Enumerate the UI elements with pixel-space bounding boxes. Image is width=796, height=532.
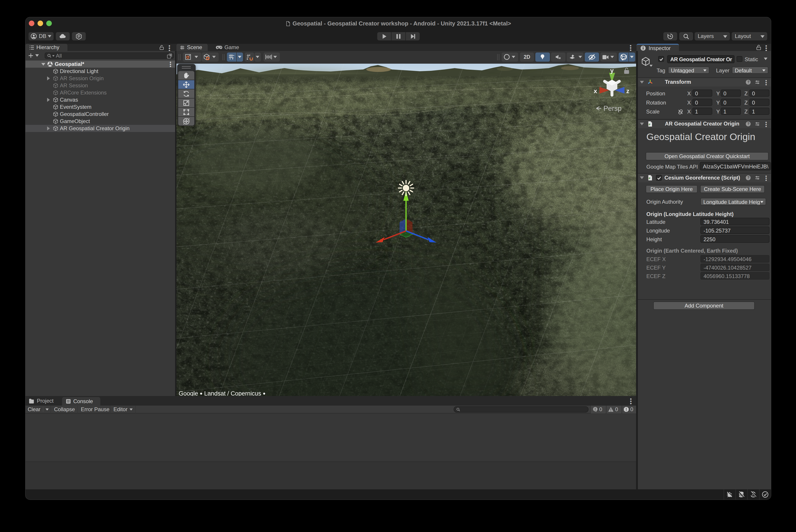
svg-text:Y: Y <box>232 57 234 60</box>
svg-text:z: z <box>626 88 629 94</box>
svg-text:x: x <box>594 88 597 94</box>
svg-text:#: # <box>649 122 650 126</box>
svg-text:?: ? <box>747 80 750 84</box>
svg-text:#: # <box>649 176 650 180</box>
svg-text:Persp: Persp <box>604 104 622 112</box>
svg-text:y: y <box>610 67 614 74</box>
svg-text:?: ? <box>747 175 750 179</box>
svg-text:?: ? <box>747 122 750 126</box>
